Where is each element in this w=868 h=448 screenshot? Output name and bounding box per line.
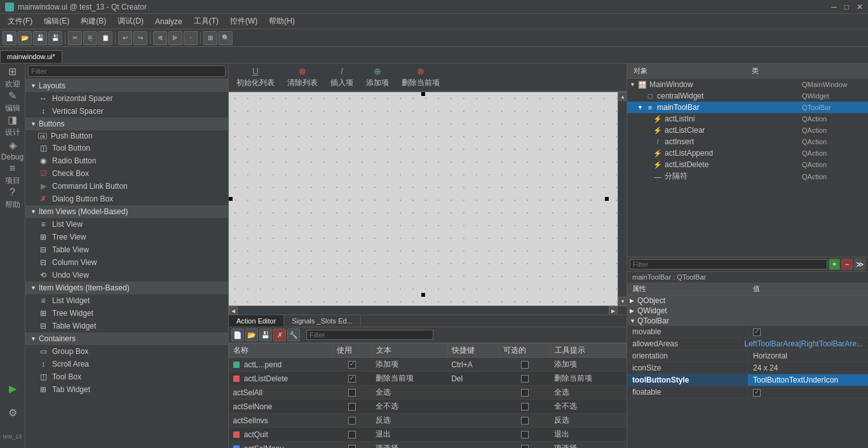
widget-dialog-button-box[interactable]: ✗ Dialog Button Box xyxy=(25,193,228,205)
widget-group-box[interactable]: ▭ Group Box xyxy=(25,345,228,358)
widget-column-view[interactable]: ⊟ Column View xyxy=(25,256,228,269)
handle-right[interactable] xyxy=(605,197,609,201)
toolbar-grid-btn[interactable]: ⊞ xyxy=(203,31,217,45)
bottom-toolbar-delete-btn[interactable]: ✗ xyxy=(273,329,286,341)
toolbar-paste-btn[interactable]: 📋 xyxy=(98,31,112,45)
sidebar-icon-help[interactable]: ? 帮助 xyxy=(1,187,24,210)
tree-item-actlistclear[interactable]: ⚡ actListClear QAction xyxy=(627,125,868,136)
widget-push-button[interactable]: ok Push Button xyxy=(25,130,228,142)
tree-item-actinsert[interactable]: I actInsert QAction xyxy=(627,136,868,147)
prop-section-qobject[interactable]: ▶ QObject xyxy=(627,295,868,306)
prop-row-allowed-areas[interactable]: allowedAreas LeftToolBarArea|RightToolBa… xyxy=(627,338,868,350)
section-layouts[interactable]: ▼ Layouts xyxy=(25,79,228,92)
prop-section-qwidget[interactable]: ▶ QWidget xyxy=(627,306,868,316)
widget-command-link-button[interactable]: ▶ Command Link Button xyxy=(25,180,228,193)
sidebar-icon-extra[interactable]: ⚙ xyxy=(1,401,24,424)
toolbar-align-left-btn[interactable]: ⫷ xyxy=(153,31,167,45)
menu-controls[interactable]: 控件(W) xyxy=(225,15,262,28)
menu-build[interactable]: 构建(B) xyxy=(76,15,111,28)
prop-row-floatable[interactable]: floatable xyxy=(627,386,868,398)
toolbar-new-btn[interactable]: 📄 xyxy=(3,31,17,45)
prop-more-btn[interactable]: ≫ xyxy=(854,259,865,270)
tab-mainwindow[interactable]: mainwindow.ui* xyxy=(0,50,62,63)
widget-tree-widget[interactable]: ⊞ Tree Widget xyxy=(25,307,228,320)
handle-left[interactable] xyxy=(229,197,233,201)
handle-top[interactable] xyxy=(421,92,425,96)
toolbar-align-center-btn[interactable]: ⬝ xyxy=(184,31,198,45)
scroll-left-btn[interactable]: ◀ xyxy=(229,306,238,315)
canvas-btn-clear-list[interactable]: ⊗ 清除列表 xyxy=(282,65,323,90)
minimize-btn[interactable]: ─ xyxy=(831,3,837,11)
menu-file[interactable]: 文件(F) xyxy=(3,15,37,28)
prop-table-content[interactable]: ▶ QObject ▶ QWidget ▼ QToolBar movable a… xyxy=(627,295,868,448)
bottom-toolbar-settings-btn[interactable]: 🔧 xyxy=(287,329,300,341)
toolbar-cut-btn[interactable]: ✂ xyxy=(68,31,82,45)
widget-check-box[interactable]: ☑ Check Box xyxy=(25,167,228,180)
bottom-toolbar-new-btn[interactable]: 📄 xyxy=(231,329,244,341)
menu-tools[interactable]: 工具(T) xyxy=(189,15,224,28)
toolbar-saveas-btn[interactable]: 💾 xyxy=(48,31,62,45)
widget-list-view[interactable]: ≡ List View xyxy=(25,218,228,231)
widget-tool-button[interactable]: ◫ Tool Button xyxy=(25,142,228,154)
toolbar-align-right-btn[interactable]: ⫸ xyxy=(168,31,182,45)
widget-tool-box[interactable]: ◫ Tool Box xyxy=(25,370,228,383)
menu-debug[interactable]: 调试(D) xyxy=(112,15,149,28)
handle-bottom[interactable] xyxy=(421,293,425,297)
widget-horizontal-spacer[interactable]: ↔ Horizontal Spacer xyxy=(25,92,228,105)
prop-row-iconsize[interactable]: iconSize 24 x 24 xyxy=(627,362,868,374)
canvas-btn-delete[interactable]: ⊗ 删除当前项 xyxy=(397,65,445,90)
prop-section-qtoolbar[interactable]: ▼ QToolBar xyxy=(627,316,868,326)
widget-undo-view[interactable]: ⟲ Undo View xyxy=(25,269,228,282)
tree-item-separator[interactable]: — 分隔符 QAction xyxy=(627,170,868,182)
toolbar-copy-btn[interactable]: ⎘ xyxy=(83,31,97,45)
table-row[interactable]: actL...pend 添加项 Ctrl+A 添加项 xyxy=(229,358,627,372)
prop-row-toolbuttonstyle[interactable]: toolButtonStyle ToolButtonTextUnderIcon xyxy=(627,374,868,386)
bottom-filter-input[interactable] xyxy=(306,330,433,340)
widget-list-widget[interactable]: ≡ List Widget xyxy=(25,294,228,307)
widget-panel-scroll[interactable]: ▼ Layouts ↔ Horizontal Spacer ↕ Vertical… xyxy=(25,79,228,448)
table-row[interactable]: actSelInvs 反选 反选 xyxy=(229,414,627,428)
section-buttons[interactable]: ▼ Buttons xyxy=(25,118,228,130)
sidebar-icon-design[interactable]: ◨ 设计 xyxy=(1,114,24,137)
table-row[interactable]: actSelAll 全选 全选 xyxy=(229,386,627,400)
scroll-track-v[interactable] xyxy=(618,101,627,297)
object-tree[interactable]: ▼ 🪟 MainWindow QMainWindow □ centralWidg… xyxy=(627,79,868,257)
table-row[interactable]: actSelMenu 项选择 项选择 xyxy=(229,442,627,449)
toolbar-open-btn[interactable]: 📂 xyxy=(18,31,32,45)
widget-filter-input[interactable] xyxy=(28,65,226,77)
widget-tree-view[interactable]: ⊞ Tree View xyxy=(25,231,228,243)
prop-filter-input[interactable] xyxy=(630,259,827,269)
maximize-btn[interactable]: □ xyxy=(844,3,849,11)
menu-help[interactable]: 帮助(H) xyxy=(264,15,300,28)
scroll-up-btn[interactable]: ▲ xyxy=(618,92,627,101)
section-item-views[interactable]: ▼ Item Views (Model-Based) xyxy=(25,205,228,218)
widget-tab-widget[interactable]: ⊞ Tab Widget xyxy=(25,383,228,396)
toolbar-save-btn[interactable]: 💾 xyxy=(33,31,47,45)
action-table-container[interactable]: 名称 使用 文本 快捷键 可选的 工具提示 actL...pend xyxy=(229,343,627,448)
widget-table-view[interactable]: ⊟ Table View xyxy=(25,243,228,256)
sidebar-icon-projects[interactable]: ≡ 项目 xyxy=(1,163,24,186)
scroll-track-h[interactable] xyxy=(238,306,609,315)
widget-vertical-spacer[interactable]: ↕ Vertical Spacer xyxy=(25,105,228,118)
bottom-toolbar-open-btn[interactable]: 📂 xyxy=(245,329,258,341)
tree-item-actlistappend[interactable]: ⚡ actListAppend QAction xyxy=(627,147,868,159)
table-row[interactable]: actListDelete 删除当前项 Del 删除当前项 xyxy=(229,372,627,386)
bottom-tab-action-editor[interactable]: Action Editor xyxy=(229,315,284,327)
prop-row-orientation[interactable]: orientation Horizontal xyxy=(627,350,868,362)
table-row[interactable]: actSelNone 全不选 全不选 xyxy=(229,400,627,414)
prop-add-btn[interactable]: + xyxy=(829,259,840,270)
toolbar-zoom-btn[interactable]: 🔍 xyxy=(219,31,233,45)
canvas-btn-add[interactable]: ⊕ 添加项 xyxy=(361,65,394,90)
widget-radio-button[interactable]: ◉ Radio Button xyxy=(25,154,228,167)
tree-item-mainwindow[interactable]: ▼ 🪟 MainWindow QMainWindow xyxy=(627,79,868,90)
widget-table-widget[interactable]: ⊟ Table Widget xyxy=(25,320,228,332)
canvas-btn-insert[interactable]: I 插入项 xyxy=(325,65,358,90)
canvas-scrollbar-v[interactable]: ▲ ▼ xyxy=(618,92,627,306)
sidebar-icon-edit[interactable]: ✎ 编辑 xyxy=(1,90,24,113)
tree-item-maintoolbar[interactable]: ▼ ≡ mainToolBar QToolBar xyxy=(627,102,868,113)
table-row[interactable]: actQuit 退出 退出 xyxy=(229,428,627,442)
tree-item-actlistini[interactable]: ⚡ actListIni QAction xyxy=(627,113,868,125)
scroll-down-btn[interactable]: ▼ xyxy=(618,297,627,306)
tree-item-actlistdelete[interactable]: ⚡ actListDelete QAction xyxy=(627,159,868,170)
tree-item-centralwidget[interactable]: □ centralWidget QWidget xyxy=(627,90,868,102)
